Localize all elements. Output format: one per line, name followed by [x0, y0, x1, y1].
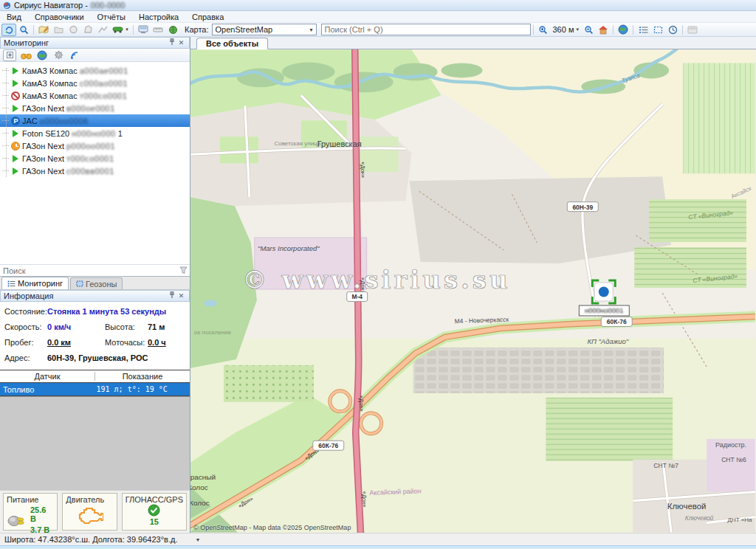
geozone-circle-button[interactable]	[66, 24, 80, 36]
menu-spravka[interactable]: Справка	[185, 11, 230, 23]
menu-vid[interactable]: Вид	[0, 11, 28, 23]
sync-button[interactable]	[1, 24, 16, 36]
sync-icon	[4, 25, 14, 35]
sensor-value: 191 л; t°: 19 °C	[97, 385, 190, 393]
tab-monitoring[interactable]: Мониторинг	[1, 277, 69, 289]
zoom-in-button[interactable]	[536, 24, 551, 36]
globe-button[interactable]	[616, 24, 630, 36]
menu-nastroyka[interactable]: Настройка	[132, 11, 185, 23]
vehicle-menu-button[interactable]: ▾	[110, 24, 131, 36]
value-col-header[interactable]: Показание	[95, 372, 190, 381]
gauges-bar: Питание 25.6 В 3.7 В Двигатель	[0, 490, 190, 533]
coordinates-readout: Широта: 47.43238°с.ш. Долгота: 39.96423°…	[4, 535, 177, 544]
window-border	[0, 545, 756, 549]
altitude-value: 71 м	[148, 322, 165, 331]
zoom-window-button[interactable]	[16, 24, 31, 36]
tab-monitoring-label: Мониторинг	[18, 279, 63, 288]
map-select[interactable]: OpenStreetMap ▾	[212, 24, 317, 35]
geozone-polyline-button[interactable]	[95, 24, 110, 36]
mileage-value[interactable]: 0.0 км	[47, 338, 92, 347]
gps-satellite-count: 15	[150, 517, 159, 526]
selection-button[interactable]	[650, 24, 665, 36]
zoom-out-button[interactable]	[581, 24, 596, 36]
expand-all-button[interactable]	[3, 49, 16, 61]
left-panel: Мониторинг ✕ Кам	[0, 37, 190, 533]
binoculars-icon	[21, 51, 32, 60]
speed-value: 0 км/ч	[47, 322, 92, 331]
settings-button[interactable]	[52, 49, 65, 61]
home-icon	[598, 25, 608, 35]
ruler-button[interactable]	[151, 24, 165, 36]
map-tab-bar: Все объекты	[190, 37, 756, 49]
screen-button[interactable]	[136, 24, 151, 36]
screen-icon	[138, 25, 148, 34]
info-panel-header: Информация ✕	[0, 290, 190, 302]
vehicle-plate-redacted: а000ае0001	[80, 66, 128, 75]
menu-spravochniki[interactable]: Справочники	[28, 11, 91, 23]
hours-value[interactable]: 0.0 ч	[148, 338, 166, 347]
track-binoculars-button[interactable]	[19, 49, 32, 61]
show-on-map-button[interactable]	[35, 49, 49, 61]
tree-search-input[interactable]	[0, 266, 176, 275]
tree-item[interactable]: КамАЗ Компаст000со0001	[0, 89, 190, 102]
tree-item[interactable]: ГАЗон Nextр000оо0001	[0, 139, 190, 152]
close-icon[interactable]: ✕	[176, 292, 186, 300]
vehicle-label: ГАЗон Next	[22, 142, 64, 151]
tree-item[interactable]: JACо000оо0006	[0, 114, 190, 127]
tab-geozones[interactable]: Геозоны	[70, 277, 123, 289]
vehicle-position-dot	[599, 287, 609, 297]
geozone-folder-button[interactable]	[51, 24, 66, 36]
tree-item[interactable]: Foton SE120н000но0001	[0, 127, 190, 139]
svg-text:60К-76: 60К-76	[318, 442, 338, 449]
tab-all-objects[interactable]: Все объекты	[196, 38, 268, 49]
vehicle-label: КамАЗ Компас	[22, 92, 78, 100]
tree-item[interactable]: ГАЗон Nextв000ое0001	[0, 102, 190, 114]
tab-all-objects-label: Все объекты	[206, 39, 258, 48]
gps-gauge: ГЛОНАСС/GPS 15	[122, 493, 187, 531]
gps-globe-icon	[148, 504, 160, 517]
sensor-name: Топливо	[0, 385, 97, 394]
sensor-col-header[interactable]: Датчик	[0, 372, 95, 381]
map-label: Ключевой	[667, 502, 707, 511]
panel-tabs: Мониторинг Геозоны	[0, 277, 190, 290]
mileage-label: Пробег:	[4, 338, 47, 347]
tree-item[interactable]: ГАЗон Nextс000вв0001	[0, 165, 190, 177]
chevron-down-icon[interactable]: ▼	[195, 537, 200, 542]
tree-item[interactable]: КамАЗ Компаса000ае0001	[0, 64, 190, 77]
magnifier-icon	[19, 25, 29, 35]
pin-icon[interactable]	[167, 291, 176, 300]
toolbar-search-input[interactable]	[321, 24, 531, 35]
panel-button[interactable]	[685, 24, 700, 36]
pond	[204, 300, 217, 306]
sensor-row[interactable]: Топливо 191 л; t°: 19 °C	[0, 383, 190, 396]
clock-button[interactable]	[665, 24, 680, 36]
map-label: Ключевой	[685, 514, 714, 522]
engine-label: Двигатель	[66, 495, 113, 504]
zoom-level-select[interactable]: 360 м ▾	[551, 25, 582, 34]
engine-gauge: Двигатель	[62, 493, 117, 531]
tree-item[interactable]: КамАЗ Компасс000ао0001	[0, 77, 190, 89]
home-button[interactable]	[596, 24, 611, 36]
map-canvas[interactable]: Советская улицаГрушевская"Mars Incorpora…	[190, 49, 755, 533]
filter-funnel-icon[interactable]	[176, 266, 190, 274]
menu-otchety[interactable]: Отчёты	[91, 11, 132, 23]
geozones-tab-icon	[76, 280, 83, 287]
zoom-out-icon	[584, 25, 594, 35]
map-label: Красный	[190, 473, 216, 481]
vehicle-plate-redacted: т000со0001	[66, 154, 114, 163]
vehicle-label: JAC	[22, 117, 38, 125]
moving-status-icon	[11, 79, 20, 88]
tree-item[interactable]: ГАЗон Nextт000со0001	[0, 152, 190, 165]
sensor-table-empty-area	[0, 396, 190, 490]
geozone-polygon-button[interactable]	[80, 24, 95, 36]
pin-icon[interactable]	[167, 38, 176, 47]
edit-map-button[interactable]	[36, 24, 51, 36]
telemetry-button[interactable]	[68, 49, 81, 61]
toolbar-separator	[682, 25, 683, 35]
toolbar-separator	[613, 25, 614, 35]
close-icon[interactable]: ✕	[176, 39, 186, 46]
chevron-down-icon: ▾	[309, 27, 312, 33]
list-button[interactable]	[636, 24, 650, 36]
panel-icon	[687, 26, 698, 34]
globe-package-button[interactable]	[165, 24, 180, 36]
